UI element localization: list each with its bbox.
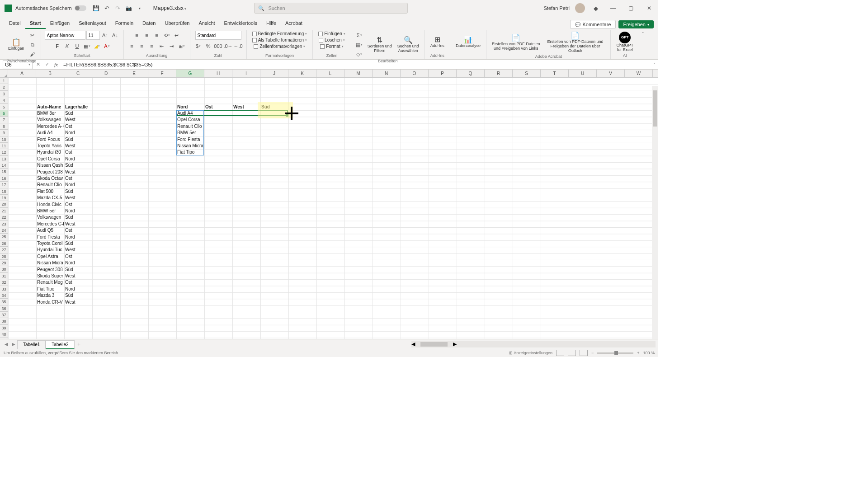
align-top[interactable]: ≡	[132, 31, 142, 40]
cell-G9[interactable]: BMW 5er	[176, 130, 204, 136]
cell-B11[interactable]: Toyota Yaris	[36, 143, 64, 149]
user-avatar[interactable]	[575, 3, 585, 13]
cell-C19[interactable]: West	[64, 195, 92, 201]
cell-B31[interactable]: Skoda Super	[36, 273, 64, 279]
row-header-19[interactable]: 19	[0, 195, 8, 201]
cell-B14[interactable]: Nissan Qash	[36, 162, 64, 169]
row-header-39[interactable]: 39	[0, 325, 8, 331]
menu-tab-ansicht[interactable]: Ansicht	[194, 18, 219, 29]
select-all-corner[interactable]	[0, 70, 8, 77]
cell-B10[interactable]: Ford Focus	[36, 136, 64, 143]
font-size-select[interactable]	[86, 31, 100, 40]
cell-C17[interactable]: Nord	[64, 182, 92, 188]
col-header-C[interactable]: C	[64, 70, 92, 77]
fill-color-button[interactable]: ◢	[93, 42, 102, 51]
italic-button[interactable]: K	[63, 42, 72, 51]
cell-C20[interactable]: Ost	[64, 202, 92, 208]
cell-C12[interactable]: Ost	[64, 149, 92, 155]
cell-J5[interactable]: Süd	[260, 104, 288, 110]
align-middle[interactable]: ≡	[142, 31, 151, 40]
align-right[interactable]: ≡	[147, 42, 156, 51]
close-button[interactable]: ✕	[643, 2, 656, 14]
wrap-text-button[interactable]: ↩	[172, 31, 181, 40]
delete-cells[interactable]: Löschen	[317, 37, 347, 43]
col-header-N[interactable]: N	[373, 70, 401, 77]
row-header-13[interactable]: 13	[0, 156, 8, 162]
increase-decimal[interactable]: .0→	[224, 42, 233, 51]
menu-tab-start[interactable]: Start	[25, 18, 46, 29]
cell-B30[interactable]: Peugeot 308	[36, 267, 64, 273]
menu-tab-acrobat[interactable]: Acrobat	[281, 18, 307, 29]
diamond-icon[interactable]: ◆	[591, 4, 600, 13]
cell-B28[interactable]: Opel Astra	[36, 253, 64, 260]
cell-C26[interactable]: Süd	[64, 240, 92, 247]
outdent-button[interactable]: ⇤	[157, 42, 166, 51]
merge-button[interactable]: ⊞	[177, 42, 186, 51]
row-header-38[interactable]: 38	[0, 318, 8, 324]
data-analysis-button[interactable]: 📊Datenanalyse	[454, 35, 482, 49]
cell-B25[interactable]: Ford Fiesta	[36, 234, 64, 240]
col-header-T[interactable]: T	[541, 70, 569, 77]
cell-B21[interactable]: BMW 5er	[36, 208, 64, 214]
row-header-26[interactable]: 26	[0, 240, 8, 247]
col-header-M[interactable]: M	[344, 70, 373, 77]
paste-button[interactable]: 📋Einfügen	[6, 38, 26, 52]
horizontal-scrollbar[interactable]: ◀▶	[411, 341, 656, 347]
row-header-8[interactable]: 8	[0, 123, 8, 130]
normal-view-button[interactable]	[556, 350, 564, 356]
border-button[interactable]: ▦	[83, 42, 92, 51]
cell-C35[interactable]: West	[64, 299, 92, 305]
col-header-I[interactable]: I	[232, 70, 260, 77]
cell-B19[interactable]: Mazda CX-5	[36, 195, 64, 201]
cell-B15[interactable]: Peugeot 208	[36, 169, 64, 175]
cell-C13[interactable]: Nord	[64, 156, 92, 162]
accept-formula-button[interactable]: ✓	[42, 60, 52, 69]
row-header-15[interactable]: 15	[0, 169, 8, 175]
cell-B8[interactable]: Mercedes A-K	[36, 123, 64, 130]
row-header-31[interactable]: 31	[0, 273, 8, 279]
row-header-33[interactable]: 33	[0, 286, 8, 292]
user-name[interactable]: Stefan Petri	[543, 5, 569, 11]
accounting-button[interactable]: $	[194, 42, 203, 51]
row-header-23[interactable]: 23	[0, 221, 8, 227]
vertical-scrollbar[interactable]	[652, 86, 658, 339]
col-header-J[interactable]: J	[260, 70, 288, 77]
clear-button[interactable]: ◇	[355, 50, 364, 59]
zoom-in[interactable]: +	[637, 351, 639, 355]
row-header-14[interactable]: 14	[0, 162, 8, 169]
row-header-41[interactable]: 41	[0, 338, 8, 339]
row-header-22[interactable]: 22	[0, 214, 8, 221]
search-box[interactable]: Suchen	[254, 3, 408, 14]
indent-button[interactable]: ⇥	[167, 42, 176, 51]
cell-C32[interactable]: Ost	[64, 279, 92, 286]
cell-C29[interactable]: Nord	[64, 260, 92, 266]
save-button[interactable]	[92, 4, 101, 13]
qat-dropdown[interactable]	[135, 4, 144, 13]
cell-B16[interactable]: Skoda Octav	[36, 175, 64, 182]
row-header-30[interactable]: 30	[0, 266, 8, 272]
share-button[interactable]: Freigeben	[618, 20, 654, 28]
sheet-nav-prev[interactable]: ◀	[3, 342, 10, 347]
menu-tab-entwicklertools[interactable]: Entwicklertools	[220, 18, 262, 29]
font-name-select[interactable]	[45, 31, 85, 40]
col-header-R[interactable]: R	[485, 70, 513, 77]
cell-B26[interactable]: Toyota Coroll	[36, 240, 64, 247]
col-header-A[interactable]: A	[8, 70, 36, 77]
page-layout-view-button[interactable]	[568, 350, 576, 356]
cell-B7[interactable]: Volkswagen	[36, 117, 64, 123]
cell-G6[interactable]: Audi A4	[176, 110, 204, 117]
col-header-O[interactable]: O	[401, 70, 429, 77]
decrease-decimal[interactable]: ←.0	[234, 42, 243, 51]
maximize-button[interactable]: ▢	[625, 2, 637, 14]
menu-tab-seitenlayout[interactable]: Seitenlayout	[74, 18, 111, 29]
camera-button[interactable]	[124, 4, 133, 13]
row-header-6[interactable]: 6	[0, 110, 8, 117]
spreadsheet-grid[interactable]: ABCDEFGHIJKLMNOPQRSTUVW 1234567891011121…	[0, 70, 658, 339]
page-break-view-button[interactable]	[580, 350, 588, 356]
col-header-W[interactable]: W	[625, 70, 653, 77]
cell-B29[interactable]: Nissan Micra	[36, 260, 64, 266]
row-header-18[interactable]: 18	[0, 188, 8, 195]
cell-B27[interactable]: Hyundai Tuc	[36, 247, 64, 253]
cell-C5[interactable]: Lagerhalle	[64, 104, 92, 110]
cell-C22[interactable]: Süd	[64, 214, 92, 221]
